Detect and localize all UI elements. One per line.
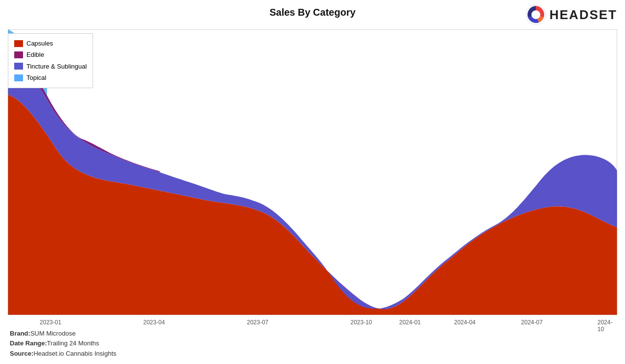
chart-area [8, 29, 617, 315]
legend-label-tincture: Tincture & Sublingual [26, 61, 87, 72]
date-value: Trailing 24 Months [47, 340, 99, 347]
legend-item-topical: Topical [14, 72, 87, 83]
chart-svg [8, 29, 617, 315]
x-label-2023-07: 2023-07 [247, 319, 268, 326]
footer-brand: Brand:SUM Microdose [10, 329, 117, 339]
legend-swatch-topical [14, 74, 23, 81]
headset-logo: HEADSET [525, 4, 617, 25]
chart-container: HEADSET Sales By Category Capsules Edibl… [0, 0, 625, 364]
legend-item-edible: Edible [14, 49, 87, 60]
legend-label-capsules: Capsules [26, 38, 53, 49]
x-label-2023-01: 2023-01 [40, 319, 61, 326]
brand-value: SUM Microdose [30, 330, 75, 337]
legend-swatch-tincture [14, 63, 23, 70]
legend-item-capsules: Capsules [14, 38, 87, 49]
logo-text: HEADSET [550, 7, 617, 23]
x-label-2023-04: 2023-04 [144, 319, 165, 326]
legend-label-topical: Topical [26, 72, 46, 83]
x-label-2023-10: 2023-10 [350, 319, 372, 326]
legend-label-edible: Edible [26, 49, 44, 60]
x-label-2024-04: 2024-04 [454, 319, 476, 326]
x-label-2024-07: 2024-07 [521, 319, 543, 326]
legend-item-tincture: Tincture & Sublingual [14, 61, 87, 72]
date-label: Date Range: [10, 340, 47, 347]
x-label-2024-10: 2024-10 [598, 319, 613, 333]
source-label: Source: [10, 350, 33, 357]
legend-swatch-edible [14, 51, 23, 58]
brand-label: Brand: [10, 330, 30, 337]
chart-legend: Capsules Edible Tincture & Sublingual To… [8, 33, 93, 88]
x-label-2024-01: 2024-01 [399, 319, 421, 326]
footer-info: Brand:SUM Microdose Date Range:Trailing … [10, 329, 117, 359]
footer-date: Date Range:Trailing 24 Months [10, 339, 117, 349]
legend-swatch-capsules [14, 40, 23, 47]
svg-point-1 [531, 10, 540, 19]
headset-logo-icon [525, 4, 547, 25]
source-value: Headset.io Cannabis Insights [33, 350, 116, 357]
footer-source: Source:Headset.io Cannabis Insights [10, 349, 117, 359]
